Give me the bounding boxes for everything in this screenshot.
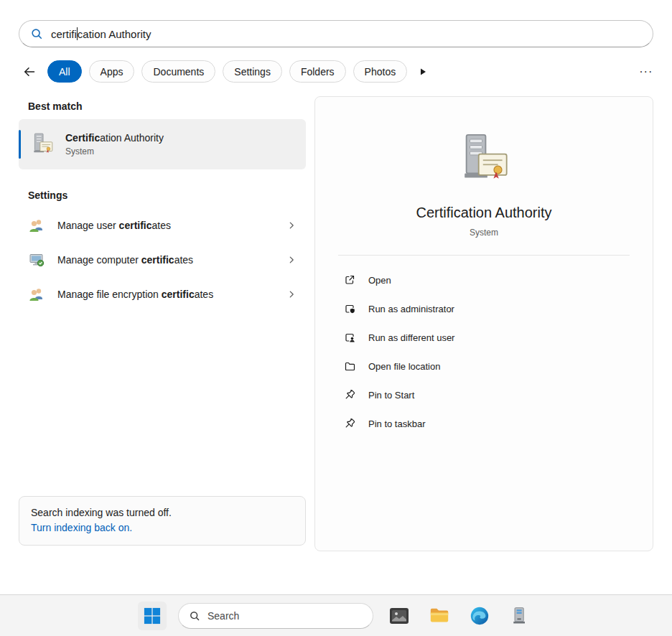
indexing-notice-text: Search indexing was turned off.	[31, 505, 294, 521]
search-value: certification Authority	[51, 27, 151, 40]
best-match-heading: Best match	[28, 100, 306, 112]
more-options-button[interactable]: ...	[640, 62, 653, 81]
best-match-result[interactable]: Certification Authority System	[19, 119, 306, 169]
file-encryption-certificates-icon	[28, 286, 45, 303]
action-pin-to-start[interactable]: Pin to Start	[338, 380, 630, 409]
indexing-notice: Search indexing was turned off. Turn ind…	[19, 496, 306, 546]
taskbar: Search	[0, 594, 672, 636]
search-icon	[189, 610, 200, 622]
result-label: Manage file encryption certificates	[57, 289, 213, 300]
filter-tab-label: Photos	[365, 66, 396, 78]
divider	[338, 255, 630, 256]
search-input[interactable]: certification Authority	[19, 20, 653, 47]
run-as-administrator-icon	[344, 303, 355, 314]
open-icon	[344, 274, 355, 286]
certification-authority-large-icon	[456, 131, 512, 187]
action-list: Open Run as administrator	[338, 266, 630, 438]
action-label: Run as different user	[368, 332, 454, 343]
action-label: Run as administrator	[368, 304, 454, 314]
selection-accent-bar	[19, 130, 21, 159]
windows-logo-icon	[144, 607, 161, 625]
taskbar-search-box[interactable]: Search	[178, 603, 373, 629]
filter-tab-folders[interactable]: Folders	[289, 60, 346, 83]
best-match-title: Certification Authority	[65, 132, 164, 144]
action-open[interactable]: Open	[338, 266, 630, 294]
filter-tab-photos[interactable]: Photos	[353, 60, 408, 83]
computer-certificates-icon	[28, 251, 45, 268]
certification-authority-taskbar-button[interactable]	[505, 602, 534, 630]
results-area: Best match	[0, 83, 672, 551]
user-certificates-icon	[28, 217, 45, 234]
filter-tab-label: All	[59, 66, 70, 78]
taskbar-search-label: Search	[207, 610, 239, 622]
turn-indexing-on-link[interactable]: Turn indexing back on.	[31, 520, 294, 536]
file-explorer-icon	[429, 605, 450, 627]
filter-row: All Apps Documents Settings Folders Phot…	[0, 60, 672, 83]
filter-tab-label: Documents	[153, 66, 204, 78]
file-explorer-button[interactable]	[425, 602, 454, 630]
chevron-right-icon	[286, 255, 297, 265]
photos-app-button[interactable]	[385, 602, 414, 630]
pin-icon	[344, 389, 355, 401]
result-label: Manage user certificates	[57, 220, 171, 231]
action-label: Open file location	[368, 361, 440, 372]
pin-icon	[344, 418, 355, 429]
preview-title: Certification Authority	[416, 205, 552, 221]
filter-tab-apps[interactable]: Apps	[89, 60, 135, 83]
search-icon	[30, 27, 43, 40]
expand-filters-button[interactable]	[419, 67, 427, 76]
filter-tab-settings[interactable]: Settings	[223, 60, 282, 83]
action-run-as-different-user[interactable]: Run as different user	[338, 323, 630, 352]
result-manage-file-encryption-certificates[interactable]: Manage file encryption certificates	[19, 277, 306, 312]
action-label: Open	[368, 275, 391, 286]
filter-tab-label: Folders	[301, 66, 335, 78]
results-list: Best match	[19, 96, 306, 551]
play-triangle-icon	[419, 67, 427, 76]
result-manage-user-certificates[interactable]: Manage user certificates	[19, 208, 306, 243]
back-button[interactable]	[19, 61, 40, 83]
chevron-right-icon	[286, 220, 297, 230]
best-match-text: Certification Authority System	[65, 132, 164, 156]
action-label: Pin to taskbar	[368, 418, 426, 429]
filter-tab-documents[interactable]: Documents	[141, 60, 215, 83]
best-match-subtitle: System	[65, 146, 164, 156]
filter-tab-label: Settings	[234, 66, 271, 78]
filter-tab-label: Apps	[101, 66, 123, 78]
start-button[interactable]	[138, 602, 167, 630]
open-file-location-icon	[344, 360, 355, 372]
photos-icon	[388, 605, 410, 627]
action-run-as-administrator[interactable]: Run as administrator	[338, 294, 630, 323]
ellipsis-icon: ...	[640, 62, 653, 75]
edge-browser-button[interactable]	[465, 602, 494, 630]
filter-tab-all[interactable]: All	[47, 60, 82, 83]
result-manage-computer-certificates[interactable]: Manage computer certificates	[19, 243, 306, 277]
settings-heading: Settings	[28, 190, 306, 201]
server-icon	[510, 606, 530, 626]
search-flyout: certification Authority All Apps Documen…	[0, 0, 672, 636]
preview-subtitle: System	[470, 228, 498, 238]
chevron-right-icon	[286, 289, 297, 299]
back-arrow-icon	[22, 65, 37, 79]
certification-authority-icon	[30, 132, 55, 156]
edge-icon	[469, 605, 490, 627]
result-label: Manage computer certificates	[57, 254, 193, 266]
preview-panel: Certification Authority System Open	[314, 96, 653, 551]
action-open-file-location[interactable]: Open file location	[338, 352, 630, 380]
action-label: Pin to Start	[368, 390, 414, 401]
action-pin-to-taskbar[interactable]: Pin to taskbar	[338, 409, 630, 438]
run-as-different-user-icon	[344, 332, 355, 343]
